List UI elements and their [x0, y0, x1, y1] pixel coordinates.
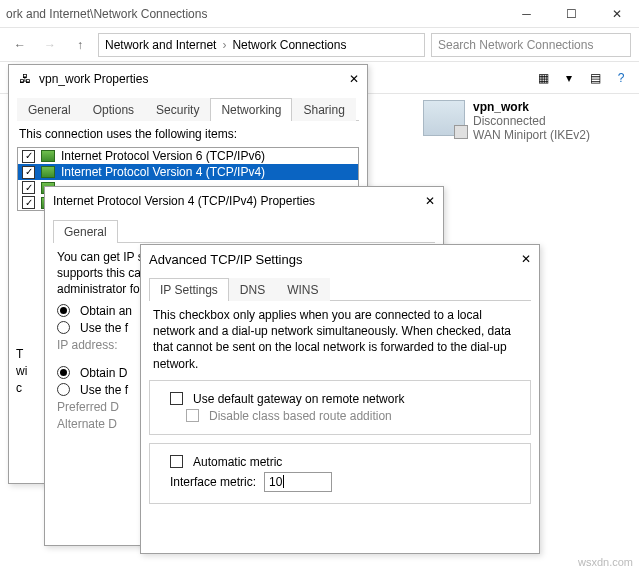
radio-icon [57, 321, 70, 334]
alternate-dns-label: Alternate D [57, 417, 117, 431]
checkbox[interactable]: ✓ [22, 181, 35, 194]
gateway-group: Use default gateway on remote network Di… [149, 380, 531, 435]
checkbox-ipv6[interactable]: ✓ [22, 150, 35, 163]
tab-wins[interactable]: WINS [276, 278, 329, 301]
tab-ip-settings[interactable]: IP Settings [149, 278, 229, 301]
close-button[interactable]: ✕ [594, 0, 639, 28]
connection-text: vpn_work Disconnected WAN Miniport (IKEv… [473, 100, 590, 142]
checkbox-automatic-metric[interactable]: Automatic metric [170, 455, 510, 469]
uses-items-label: This connection uses the following items… [19, 127, 357, 141]
radio-icon [57, 366, 70, 379]
tab-networking[interactable]: Networking [210, 98, 292, 121]
breadcrumb-network-connections[interactable]: Network Connections [232, 38, 346, 52]
checkbox-icon [170, 455, 183, 468]
checkbox-label: Use default gateway on remote network [193, 392, 404, 406]
chevron-right-icon: › [222, 38, 226, 52]
minimize-button[interactable]: ─ [504, 0, 549, 28]
protocol-label-ipv6: Internet Protocol Version 6 (TCP/IPv6) [61, 149, 265, 163]
tab-sharing[interactable]: Sharing [292, 98, 355, 121]
breadcrumb-network-internet[interactable]: Network and Internet [105, 38, 216, 52]
view-dropdown-icon[interactable]: ▾ [561, 70, 577, 86]
checkbox[interactable]: ✓ [22, 196, 35, 209]
connection-state: Disconnected [473, 114, 590, 128]
connection-card-vpn-work[interactable]: vpn_work Disconnected WAN Miniport (IKEv… [417, 94, 627, 148]
dialog1-title: vpn_work Properties [39, 72, 343, 86]
help-icon[interactable]: ? [613, 70, 629, 86]
search-input[interactable]: Search Network Connections [431, 33, 631, 57]
address-bar[interactable]: Network and Internet › Network Connectio… [98, 33, 425, 57]
protocol-icon [41, 150, 55, 162]
metric-group: Automatic metric Interface metric: 10 [149, 443, 531, 504]
tab-general-ipv4[interactable]: General [53, 220, 118, 243]
checkbox-icon [170, 392, 183, 405]
checkbox-ipv4[interactable]: ✓ [22, 166, 35, 179]
dialog3-title: Advanced TCP/IP Settings [149, 252, 515, 267]
connection-driver: WAN Miniport (IKEv2) [473, 128, 590, 142]
radio-icon [57, 383, 70, 396]
radio-icon [57, 304, 70, 317]
interface-metric-label: Interface metric: [170, 475, 256, 489]
search-placeholder: Search Network Connections [438, 38, 593, 52]
checkbox-disable-class-route: Disable class based route addition [186, 409, 510, 423]
tab-general[interactable]: General [17, 98, 82, 121]
tab-security[interactable]: Security [145, 98, 210, 121]
up-button[interactable]: ↑ [68, 33, 92, 57]
dialog-advanced-tcpip: Advanced TCP/IP Settings ✕ IP Settings D… [140, 244, 540, 554]
protocol-icon [41, 166, 55, 178]
radio-label: Use the f [80, 321, 128, 335]
back-button[interactable]: ← [8, 33, 32, 57]
checkbox-label: Disable class based route addition [209, 409, 392, 423]
dialog1-close-button[interactable]: ✕ [349, 72, 359, 86]
protocol-item-ipv4[interactable]: ✓ Internet Protocol Version 4 (TCP/IPv4) [18, 164, 358, 180]
ip-address-label: IP address: [57, 338, 117, 352]
gateway-note: This checkbox only applies when you are … [153, 307, 527, 372]
explorer-titlebar: ork and Internet\Network Connections ─ ☐… [0, 0, 639, 28]
checkbox-icon [186, 409, 199, 422]
details-pane-icon[interactable]: ▤ [587, 70, 603, 86]
view-layout-icon[interactable]: ▦ [535, 70, 551, 86]
tab-options[interactable]: Options [82, 98, 145, 121]
dialog2-close-button[interactable]: ✕ [425, 194, 435, 208]
protocol-label-ipv4: Internet Protocol Version 4 (TCP/IPv4) [61, 165, 265, 179]
checkbox-default-gateway[interactable]: Use default gateway on remote network [170, 392, 510, 406]
maximize-button[interactable]: ☐ [549, 0, 594, 28]
preferred-dns-label: Preferred D [57, 400, 119, 414]
explorer-toolbar: ← → ↑ Network and Internet › Network Con… [0, 28, 639, 62]
connection-device-icon [423, 100, 465, 136]
titlebar-path: ork and Internet\Network Connections [0, 7, 504, 21]
dialog2-title: Internet Protocol Version 4 (TCP/IPv4) P… [53, 194, 419, 208]
watermark: wsxdn.com [578, 556, 633, 568]
radio-label: Obtain D [80, 366, 127, 380]
connection-small-icon: 🖧 [17, 71, 33, 87]
checkbox-label: Automatic metric [193, 455, 282, 469]
forward-button[interactable]: → [38, 33, 62, 57]
radio-label: Obtain an [80, 304, 132, 318]
obscured-left-text: T wi c [16, 346, 36, 396]
text-caret-icon [283, 475, 284, 488]
interface-metric-value: 10 [269, 475, 282, 489]
radio-label: Use the f [80, 383, 128, 397]
interface-metric-input[interactable]: 10 [264, 472, 332, 492]
dialog3-close-button[interactable]: ✕ [521, 252, 531, 266]
tab-dns[interactable]: DNS [229, 278, 276, 301]
protocol-item-ipv6[interactable]: ✓ Internet Protocol Version 6 (TCP/IPv6) [18, 148, 358, 164]
dialog1-tabs: General Options Security Networking Shar… [17, 97, 359, 121]
connection-name: vpn_work [473, 100, 529, 114]
